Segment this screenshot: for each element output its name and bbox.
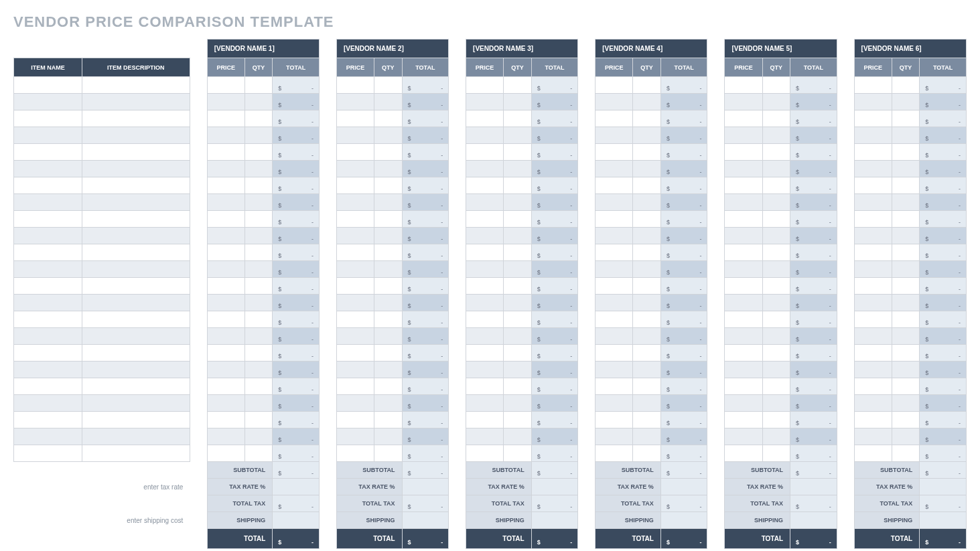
price-cell[interactable] — [854, 362, 892, 378]
price-cell[interactable] — [854, 412, 892, 428]
price-cell[interactable] — [596, 345, 633, 362]
item-name-cell[interactable] — [14, 311, 82, 328]
price-cell[interactable] — [466, 110, 504, 127]
price-cell[interactable] — [207, 412, 244, 428]
price-cell[interactable] — [336, 77, 374, 94]
price-cell[interactable] — [725, 395, 762, 412]
summary-tax_rate-input[interactable] — [531, 479, 578, 495]
qty-cell[interactable] — [244, 77, 273, 94]
qty-cell[interactable] — [633, 345, 661, 362]
qty-cell[interactable] — [633, 244, 661, 261]
qty-cell[interactable] — [504, 144, 532, 161]
price-cell[interactable] — [725, 362, 762, 378]
qty-cell[interactable] — [892, 311, 920, 328]
qty-cell[interactable] — [633, 228, 661, 244]
qty-cell[interactable] — [374, 110, 402, 127]
price-cell[interactable] — [725, 378, 762, 395]
qty-cell[interactable] — [633, 445, 661, 462]
price-cell[interactable] — [336, 378, 374, 395]
qty-cell[interactable] — [892, 378, 920, 395]
qty-cell[interactable] — [892, 395, 920, 412]
qty-cell[interactable] — [892, 177, 920, 194]
price-cell[interactable] — [336, 311, 374, 328]
qty-cell[interactable] — [244, 278, 273, 295]
price-cell[interactable] — [854, 395, 892, 412]
price-cell[interactable] — [596, 378, 633, 395]
price-cell[interactable] — [596, 395, 633, 412]
qty-cell[interactable] — [762, 228, 790, 244]
qty-cell[interactable] — [244, 428, 273, 445]
price-cell[interactable] — [854, 194, 892, 211]
item-name-cell[interactable] — [14, 211, 82, 228]
price-cell[interactable] — [854, 295, 892, 311]
price-cell[interactable] — [207, 395, 244, 412]
price-cell[interactable] — [336, 328, 374, 345]
qty-cell[interactable] — [633, 110, 661, 127]
qty-cell[interactable] — [892, 244, 920, 261]
qty-cell[interactable] — [633, 362, 661, 378]
qty-cell[interactable] — [762, 295, 790, 311]
summary-shipping-input[interactable] — [402, 512, 449, 529]
qty-cell[interactable] — [504, 244, 532, 261]
qty-cell[interactable] — [244, 144, 273, 161]
qty-cell[interactable] — [374, 261, 402, 278]
qty-cell[interactable] — [244, 177, 273, 194]
item-description-cell[interactable] — [82, 412, 190, 428]
price-cell[interactable] — [596, 228, 633, 244]
qty-cell[interactable] — [762, 110, 790, 127]
price-cell[interactable] — [207, 445, 244, 462]
qty-cell[interactable] — [762, 395, 790, 412]
qty-cell[interactable] — [633, 194, 661, 211]
qty-cell[interactable] — [504, 295, 532, 311]
price-cell[interactable] — [466, 328, 504, 345]
price-cell[interactable] — [725, 261, 762, 278]
price-cell[interactable] — [466, 412, 504, 428]
item-description-cell[interactable] — [82, 445, 190, 462]
price-cell[interactable] — [725, 194, 762, 211]
item-name-cell[interactable] — [14, 328, 82, 345]
qty-cell[interactable] — [504, 362, 532, 378]
price-cell[interactable] — [725, 311, 762, 328]
price-cell[interactable] — [854, 328, 892, 345]
price-cell[interactable] — [207, 110, 244, 127]
qty-cell[interactable] — [762, 211, 790, 228]
qty-cell[interactable] — [504, 261, 532, 278]
price-cell[interactable] — [725, 428, 762, 445]
item-name-cell[interactable] — [14, 395, 82, 412]
price-cell[interactable] — [725, 110, 762, 127]
item-name-cell[interactable] — [14, 378, 82, 395]
price-cell[interactable] — [466, 295, 504, 311]
price-cell[interactable] — [725, 127, 762, 144]
qty-cell[interactable] — [244, 345, 273, 362]
price-cell[interactable] — [596, 194, 633, 211]
price-cell[interactable] — [596, 295, 633, 311]
item-description-cell[interactable] — [82, 311, 190, 328]
item-description-cell[interactable] — [82, 211, 190, 228]
qty-cell[interactable] — [504, 161, 532, 177]
summary-tax_rate-input[interactable] — [402, 479, 449, 495]
price-cell[interactable] — [466, 345, 504, 362]
price-cell[interactable] — [854, 144, 892, 161]
price-cell[interactable] — [336, 110, 374, 127]
price-cell[interactable] — [336, 395, 374, 412]
item-description-cell[interactable] — [82, 127, 190, 144]
qty-cell[interactable] — [374, 194, 402, 211]
price-cell[interactable] — [466, 144, 504, 161]
price-cell[interactable] — [207, 144, 244, 161]
price-cell[interactable] — [336, 412, 374, 428]
item-name-cell[interactable] — [14, 244, 82, 261]
item-description-cell[interactable] — [82, 110, 190, 127]
price-cell[interactable] — [466, 228, 504, 244]
qty-cell[interactable] — [892, 127, 920, 144]
qty-cell[interactable] — [892, 211, 920, 228]
item-description-cell[interactable] — [82, 194, 190, 211]
qty-cell[interactable] — [374, 345, 402, 362]
price-cell[interactable] — [466, 395, 504, 412]
qty-cell[interactable] — [504, 127, 532, 144]
summary-tax_rate-input[interactable] — [273, 479, 320, 495]
qty-cell[interactable] — [633, 328, 661, 345]
price-cell[interactable] — [596, 144, 633, 161]
price-cell[interactable] — [854, 445, 892, 462]
qty-cell[interactable] — [374, 328, 402, 345]
price-cell[interactable] — [207, 428, 244, 445]
